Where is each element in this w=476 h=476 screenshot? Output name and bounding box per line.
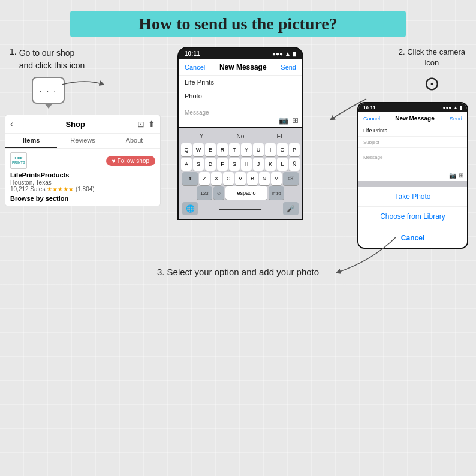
message-screen-1: Cancel New Message Send Life Prints Phot… bbox=[179, 59, 302, 127]
key-s[interactable]: S bbox=[193, 158, 204, 171]
kb-suggestions: Y No El bbox=[180, 131, 301, 142]
key-z[interactable]: Z bbox=[199, 172, 210, 185]
status-icons-2: ●●● ▲ ▮ bbox=[443, 105, 462, 110]
content-row: 1. Go to our shopand click this icon · ·… bbox=[0, 47, 476, 249]
image-icon-2[interactable]: ⊞ bbox=[459, 172, 463, 179]
wifi-icon: ▲ bbox=[285, 50, 291, 57]
step2-area: 2. Click the camera icon ⊙ bbox=[399, 47, 465, 97]
message-body-icons-1: 📷 ⊞ bbox=[279, 116, 299, 125]
globe-icon[interactable]: 🌐 bbox=[182, 202, 198, 215]
keyboard-mockup: Y No El Q W E R T Y U I O P bbox=[177, 128, 303, 220]
page-wrapper: How to send us the picture? 1. Go to our… bbox=[0, 0, 476, 476]
choose-library-option[interactable]: Choose from Library bbox=[358, 207, 467, 226]
to-value-1: Life Prints bbox=[185, 79, 214, 86]
rating-count: (1,804) bbox=[76, 186, 95, 192]
follow-label: Follow shop bbox=[118, 158, 149, 164]
suggest-1[interactable]: Y bbox=[182, 132, 221, 141]
key-emoji[interactable]: ☺ bbox=[213, 186, 224, 200]
signal-icon: ●●● bbox=[272, 50, 283, 57]
key-w[interactable]: W bbox=[193, 143, 204, 156]
kb-home-bar bbox=[219, 209, 261, 210]
kb-row-2: A S D F G H J K L Ñ bbox=[180, 158, 301, 171]
page-title: How to send us the picture? bbox=[82, 14, 394, 34]
shop-nav-title: Shop bbox=[17, 120, 134, 129]
wifi-icon-2: ▲ bbox=[453, 105, 458, 110]
to-value-2: Life Prints bbox=[363, 128, 387, 134]
follow-shop-button[interactable]: ♥ Follow shop bbox=[106, 156, 155, 166]
back-icon[interactable]: ‹ bbox=[10, 119, 13, 129]
battery-icon: ▮ bbox=[293, 50, 296, 57]
key-c[interactable]: C bbox=[223, 172, 234, 185]
key-n[interactable]: N bbox=[259, 172, 270, 185]
arrow-to-phone bbox=[62, 76, 110, 94]
suggest-3[interactable]: El bbox=[260, 132, 299, 141]
key-p[interactable]: P bbox=[289, 143, 300, 156]
key-v[interactable]: V bbox=[235, 172, 246, 185]
key-q[interactable]: Q bbox=[181, 143, 192, 156]
send-btn-1[interactable]: Send bbox=[281, 64, 296, 71]
phone-status-bar-1: 10:11 ●●● ▲ ▮ bbox=[179, 48, 302, 59]
key-h[interactable]: H bbox=[241, 158, 252, 171]
action-sheet: Take Photo Choose from Library bbox=[358, 187, 467, 226]
subject-field-2: Subject bbox=[358, 137, 467, 148]
tab-reviews[interactable]: Reviews bbox=[57, 134, 109, 148]
middle-column: 10:11 ●●● ▲ ▮ Cancel New Message Send Li… bbox=[171, 47, 309, 220]
key-i[interactable]: I bbox=[265, 143, 276, 156]
key-m[interactable]: M bbox=[271, 172, 282, 185]
to-field-2: Life Prints bbox=[358, 125, 467, 137]
send-btn-2[interactable]: Send bbox=[450, 116, 462, 122]
key-123[interactable]: 123 bbox=[197, 186, 212, 200]
key-intro[interactable]: intro bbox=[269, 186, 284, 200]
key-l[interactable]: L bbox=[277, 158, 288, 171]
shop-name: LifePrintsProducts bbox=[10, 171, 155, 179]
image-icon-1[interactable]: ⊞ bbox=[292, 116, 299, 125]
chat-dots: · · · bbox=[40, 86, 57, 95]
mic-icon[interactable]: 🎤 bbox=[283, 202, 299, 215]
key-j[interactable]: J bbox=[253, 158, 264, 171]
shop-mockup: ‹ Shop ⊡ ⬆ Items Reviews About LIFEPRINT bbox=[5, 115, 161, 206]
key-d[interactable]: D bbox=[205, 158, 216, 171]
message-label-2: Message bbox=[363, 155, 382, 160]
key-space[interactable]: espacio bbox=[225, 186, 267, 200]
suggest-2[interactable]: No bbox=[221, 132, 260, 141]
key-u[interactable]: U bbox=[253, 143, 264, 156]
title-bar: How to send us the picture? bbox=[70, 11, 406, 37]
key-shift[interactable]: ⬆ bbox=[182, 172, 198, 185]
key-y[interactable]: Y bbox=[241, 143, 252, 156]
heart-icon: ♥ bbox=[112, 158, 116, 164]
shop-sales: 10,212 Sales ★★★★★ (1,804) bbox=[10, 186, 155, 192]
tab-items[interactable]: Items bbox=[5, 134, 57, 148]
status-time-1: 10:11 bbox=[185, 50, 200, 57]
take-photo-option[interactable]: Take Photo bbox=[358, 187, 467, 207]
key-nn[interactable]: Ñ bbox=[289, 158, 300, 171]
kb-row-4: 123 ☺ espacio intro bbox=[180, 186, 301, 200]
shop-stars: ★★★★★ bbox=[47, 186, 74, 192]
key-delete[interactable]: ⌫ bbox=[283, 172, 299, 185]
key-x[interactable]: X bbox=[211, 172, 222, 185]
message-header-1: Cancel New Message Send bbox=[179, 59, 302, 76]
tab-about[interactable]: About bbox=[109, 134, 160, 148]
to-field-1: Life Prints bbox=[179, 76, 302, 89]
cancel-btn-1[interactable]: Cancel bbox=[185, 64, 205, 71]
chat-bubble-icon: · · · bbox=[32, 77, 65, 104]
message-nav-icon[interactable]: ⊡ bbox=[137, 119, 144, 129]
key-t[interactable]: T bbox=[229, 143, 240, 156]
step2-label: 2. Click the camera bbox=[399, 47, 465, 56]
key-b[interactable]: B bbox=[247, 172, 258, 185]
camera-small-icon-1[interactable]: 📷 bbox=[279, 116, 288, 125]
camera-icon: ⊙ bbox=[424, 72, 440, 95]
right-column: 2. Click the camera icon ⊙ bbox=[314, 47, 471, 249]
camera-small-icon-2[interactable]: 📷 bbox=[449, 172, 456, 179]
key-o[interactable]: O bbox=[277, 143, 288, 156]
key-e[interactable]: E bbox=[205, 143, 216, 156]
key-f[interactable]: F bbox=[217, 158, 228, 171]
subject-label-2: Subject bbox=[363, 140, 379, 145]
key-k[interactable]: K bbox=[265, 158, 276, 171]
shop-location: Houston, Texas bbox=[10, 179, 155, 186]
key-r[interactable]: R bbox=[217, 143, 228, 156]
key-a[interactable]: A bbox=[181, 158, 192, 171]
shop-logo: LIFEPRINTS bbox=[10, 152, 27, 169]
message-body-icons-2: 📷 ⊞ bbox=[449, 172, 463, 179]
share-nav-icon[interactable]: ⬆ bbox=[148, 119, 155, 129]
key-g[interactable]: G bbox=[229, 158, 240, 171]
